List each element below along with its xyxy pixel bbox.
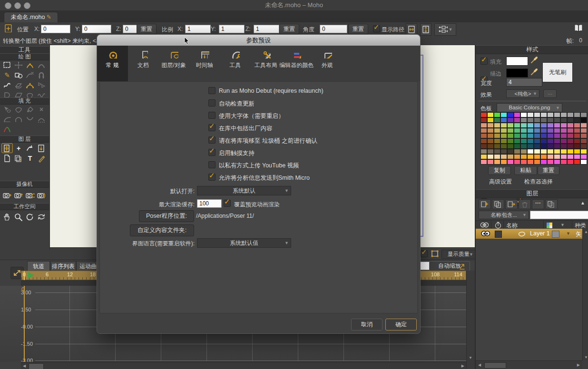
scroll-right-icon[interactable]: ▶ xyxy=(461,364,464,368)
pos-x-field[interactable]: 0 xyxy=(41,25,70,33)
palette-swatch[interactable] xyxy=(560,123,567,128)
palette-swatch[interactable] xyxy=(487,123,494,128)
palette-swatch[interactable] xyxy=(567,138,574,144)
palette-swatch[interactable] xyxy=(487,154,494,159)
palette-swatch[interactable] xyxy=(554,159,560,165)
palette-swatch[interactable] xyxy=(534,144,540,149)
palette-swatch[interactable] xyxy=(480,133,487,138)
palette-swatch[interactable] xyxy=(554,144,560,149)
scroll-thumb[interactable] xyxy=(29,363,44,369)
scroll-down-icon[interactable]: ▼ xyxy=(469,356,472,360)
ok-button[interactable]: 确定 xyxy=(385,319,417,330)
palette-swatch[interactable] xyxy=(527,149,534,154)
palette-swatch[interactable] xyxy=(500,117,507,123)
text-tool-tool[interactable]: T xyxy=(24,153,36,163)
render-cache-field[interactable]: 100 xyxy=(197,199,222,208)
palette-swatch[interactable] xyxy=(514,123,520,128)
transform-layer-tool[interactable] xyxy=(1,143,13,153)
palette-swatch[interactable] xyxy=(494,123,500,128)
palette-swatch[interactable] xyxy=(547,117,554,123)
effect-more-button[interactable]: ... xyxy=(543,89,557,98)
fill-eyedropper-icon[interactable] xyxy=(530,56,539,64)
palette-swatch[interactable] xyxy=(520,117,527,123)
library-book-icon[interactable] xyxy=(573,24,583,32)
palette-swatch[interactable] xyxy=(540,133,547,138)
palette-swatch[interactable] xyxy=(480,149,487,154)
palette-swatch[interactable] xyxy=(580,112,587,117)
palette-swatch[interactable] xyxy=(534,123,540,128)
camera-zoom-tool[interactable] xyxy=(13,190,24,200)
palette-swatch[interactable] xyxy=(540,112,547,117)
duplicate-layer-button[interactable] xyxy=(492,199,504,209)
curve-exposure-tool[interactable] xyxy=(1,124,13,134)
palette-swatch[interactable] xyxy=(554,123,560,128)
palette-swatch[interactable] xyxy=(547,123,554,128)
palette-swatch[interactable] xyxy=(494,154,500,159)
palette-swatch[interactable] xyxy=(487,144,494,149)
palette-swatch[interactable] xyxy=(507,159,514,165)
new-document-icon[interactable] xyxy=(4,24,13,32)
palette-swatch[interactable] xyxy=(487,159,494,165)
layer-row[interactable]: Layer 1 ▼ 矢 xyxy=(476,229,582,239)
palette-swatch[interactable] xyxy=(540,149,547,154)
palette-swatch[interactable] xyxy=(540,138,547,144)
palette-swatch[interactable] xyxy=(480,128,487,133)
palette-swatch[interactable] xyxy=(514,112,520,117)
cancel-button[interactable]: 取消 xyxy=(351,319,382,330)
palette-swatch[interactable] xyxy=(500,149,507,154)
insert-curve-tool[interactable] xyxy=(1,80,13,90)
palette-swatch[interactable] xyxy=(547,149,554,154)
play-button[interactable] xyxy=(28,272,34,279)
palette-copy-button[interactable]: 复制 xyxy=(488,166,511,175)
camera-pan-tilt-tool[interactable] xyxy=(36,190,47,200)
rotate-view-tool[interactable] xyxy=(24,212,36,222)
delete-edge-tool[interactable] xyxy=(24,70,36,80)
palette-swatch[interactable] xyxy=(534,112,540,117)
switch-layer-tool[interactable] xyxy=(36,143,47,153)
palette-swatch[interactable] xyxy=(494,159,500,165)
fill-color-swatch[interactable] xyxy=(506,57,528,66)
palette-swatch[interactable] xyxy=(487,117,494,123)
camera-track-tool[interactable] xyxy=(1,190,13,200)
poser-location-button[interactable]: Poser程序位置: xyxy=(139,210,194,222)
dialog-tab-general[interactable]: 常 规 xyxy=(97,46,128,81)
chevron-down-icon[interactable]: ▼ xyxy=(566,231,570,236)
new-layer-button[interactable] xyxy=(479,199,491,209)
custom-content-button[interactable]: 自定义内容文件夹: xyxy=(130,224,194,236)
dialog-tab-layers[interactable]: 图层/对象 xyxy=(158,46,189,81)
palette-swatch[interactable] xyxy=(547,128,554,133)
palette-swatch[interactable] xyxy=(567,149,574,154)
playhead-marker[interactable] xyxy=(24,271,25,280)
palette-swatch[interactable] xyxy=(574,128,580,133)
palette-swatch[interactable] xyxy=(520,154,527,159)
palette-swatch[interactable] xyxy=(527,128,534,133)
layer-filter-dropdown[interactable]: 名称包含... ▼ xyxy=(479,211,529,219)
reference-layer-button[interactable] xyxy=(505,199,518,209)
palette-swatch[interactable] xyxy=(540,144,547,149)
document-tab[interactable]: 未命名.moho ✎ xyxy=(4,12,58,23)
swatch-file-dropdown[interactable]: Basic Colors.png ▼ xyxy=(497,103,562,112)
layer-more-button[interactable]: ··· xyxy=(532,199,544,209)
palette-swatch[interactable] xyxy=(554,149,560,154)
palette-swatch[interactable] xyxy=(574,159,580,165)
palette-swatch[interactable] xyxy=(520,159,527,165)
palette-swatch[interactable] xyxy=(580,123,587,128)
reset-height-icon[interactable] xyxy=(420,23,431,36)
spacing-dropdown-button[interactable]: ▼ xyxy=(434,23,456,36)
palette-swatch[interactable] xyxy=(480,144,487,149)
layer-color-swatch[interactable] xyxy=(552,231,559,238)
palette-swatch[interactable] xyxy=(580,138,587,144)
layer-filter-input[interactable] xyxy=(530,211,588,219)
palette-swatch[interactable] xyxy=(514,154,520,159)
fill-enabled-checkbox[interactable]: ✓ xyxy=(480,58,488,65)
palette-swatch[interactable] xyxy=(547,133,554,138)
palette-swatch[interactable] xyxy=(507,154,514,159)
line-width-tool[interactable] xyxy=(1,114,13,124)
scroll-right-icon[interactable]: ▶ xyxy=(577,363,580,367)
create-shape-tool[interactable] xyxy=(13,104,24,114)
stroke-exposure-tool[interactable] xyxy=(36,114,47,124)
color-palette[interactable] xyxy=(480,112,587,165)
paint-bucket-tool[interactable] xyxy=(24,104,36,114)
dialog-checkbox-4[interactable]: ✓ xyxy=(208,124,216,131)
scroll-left-icon[interactable]: ◀ xyxy=(478,363,481,367)
